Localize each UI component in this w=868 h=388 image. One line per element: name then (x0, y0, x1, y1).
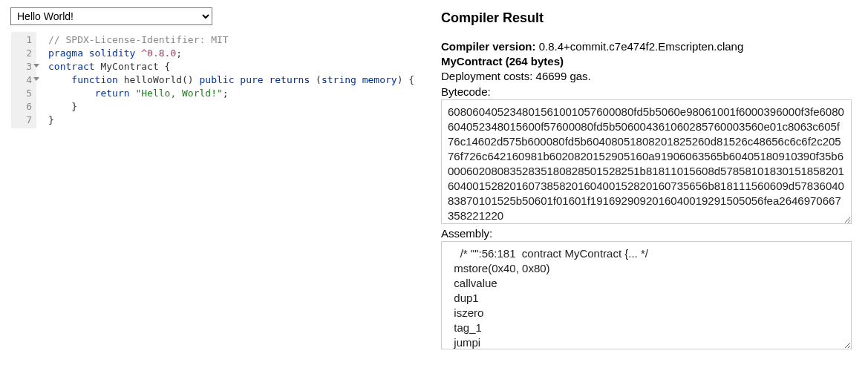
line-number: 6 (19, 100, 32, 114)
line-number: 4 (19, 73, 32, 87)
deployment-cost: Deployment costs: 46699 gas. (441, 69, 858, 84)
editor-code[interactable]: // SPDX-License-Identifier: MITpragma so… (36, 32, 422, 128)
code-line[interactable]: return "Hello, World!"; (48, 87, 414, 100)
compiler-version-line: Compiler version: 0.8.4+commit.c7e474f2.… (441, 39, 858, 54)
line-number: 3 (19, 60, 32, 73)
right-column: Compiler Result Compiler version: 0.8.4+… (441, 7, 858, 381)
file-select[interactable]: Hello World! (10, 7, 212, 25)
contract-line: MyContract (264 bytes) (441, 54, 858, 69)
line-number: 1 (19, 33, 32, 47)
compiler-version-value: 0.8.4+commit.c7e474f2.Emscripten.clang (539, 40, 744, 53)
bytecode-output[interactable]: 608060405234801561001057600080fd5b5060e9… (441, 99, 852, 224)
code-line[interactable]: contract MyContract { (48, 60, 414, 73)
assembly-output[interactable]: /* "":56:181 contract MyContract {... */… (441, 241, 852, 349)
code-line[interactable]: pragma solidity ^0.8.0; (48, 47, 414, 60)
line-number: 2 (19, 47, 32, 60)
result-title: Compiler Result (441, 10, 858, 26)
line-number: 5 (19, 87, 32, 100)
compiler-version-label: Compiler version: (441, 40, 536, 53)
code-line[interactable]: // SPDX-License-Identifier: MIT (48, 33, 414, 47)
code-line[interactable]: } (48, 114, 414, 127)
code-line[interactable]: function helloWorld() public pure return… (48, 73, 414, 87)
left-column: Hello World! 1234567 // SPDX-License-Ide… (10, 7, 426, 381)
editor-gutter: 1234567 (11, 32, 36, 128)
assembly-label: Assembly: (441, 227, 858, 240)
app-layout: Hello World! 1234567 // SPDX-License-Ide… (10, 7, 858, 381)
bytecode-label: Bytecode: (441, 85, 858, 98)
code-editor[interactable]: 1234567 // SPDX-License-Identifier: MITp… (10, 31, 426, 129)
line-number: 7 (19, 114, 32, 127)
code-line[interactable]: } (48, 100, 414, 114)
